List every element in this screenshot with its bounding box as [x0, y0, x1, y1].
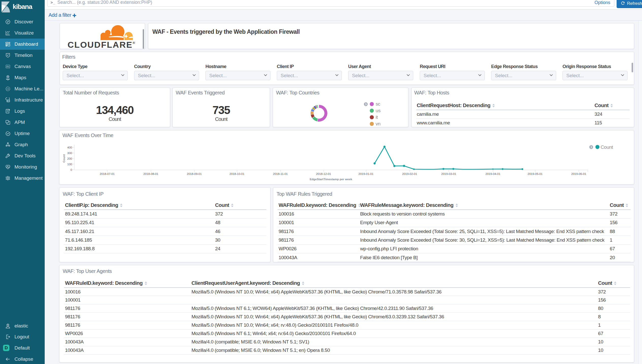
- svg-text:2019-03-01: 2019-03-01: [441, 172, 456, 175]
- svg-text:200: 200: [67, 157, 72, 160]
- svg-text:2019-04-01: 2019-04-01: [486, 172, 501, 175]
- svg-text:2018-12-01: 2018-12-01: [316, 172, 331, 175]
- svg-text:100: 100: [67, 163, 72, 166]
- svg-text:0: 0: [71, 168, 72, 171]
- svg-text:2019-05-01: 2019-05-01: [528, 172, 543, 175]
- svg-text:2019-01-01: 2019-01-01: [359, 172, 374, 175]
- svg-text:Count: Count: [601, 144, 613, 150]
- svg-text:2019-02-01: 2019-02-01: [402, 172, 417, 175]
- svg-text:2018-08-01: 2018-08-01: [143, 172, 158, 175]
- svg-text:400: 400: [67, 146, 72, 149]
- svg-text:2018-11-01: 2018-11-01: [273, 172, 288, 175]
- svg-text:2018-09-01: 2018-09-01: [187, 172, 202, 175]
- svg-text:2019-06-01: 2019-06-01: [571, 172, 586, 175]
- svg-text:2018-07-01: 2018-07-01: [100, 172, 115, 175]
- svg-text:EdgeStartTimestamp per week: EdgeStartTimestamp per week: [310, 178, 352, 181]
- svg-text:Count: Count: [62, 154, 66, 162]
- svg-text:300: 300: [67, 152, 72, 155]
- svg-text:2018-10-01: 2018-10-01: [230, 172, 245, 175]
